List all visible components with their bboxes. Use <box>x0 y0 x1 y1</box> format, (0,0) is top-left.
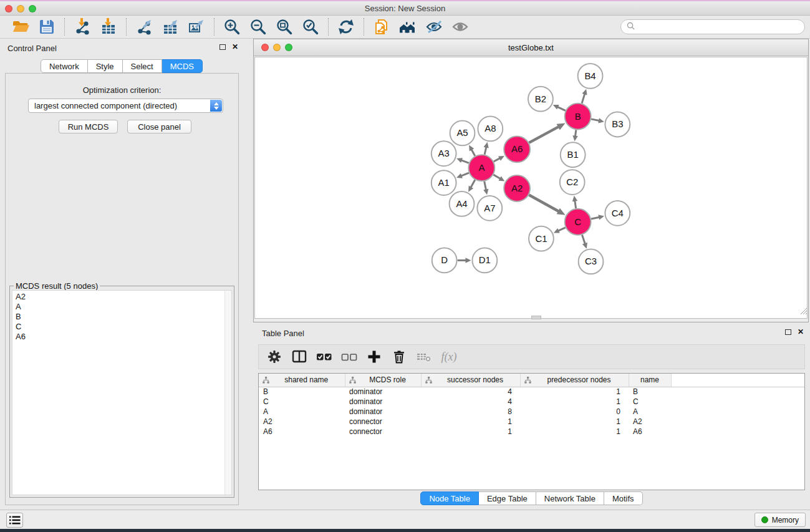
mcds-result-item[interactable]: A2 <box>12 292 231 302</box>
column-header-predecessor-nodes[interactable]: predecessor nodes <box>520 374 629 387</box>
refresh-view-button[interactable] <box>336 17 356 37</box>
graph-edge[interactable] <box>494 158 500 162</box>
graph-edge[interactable] <box>591 119 599 121</box>
column-header-successor-nodes[interactable]: successor nodes <box>421 374 520 387</box>
graph-edge[interactable] <box>461 173 469 176</box>
delete-row-button[interactable] <box>390 347 408 366</box>
zoom-in-button[interactable] <box>222 17 242 37</box>
graph-node-A5[interactable]: A5 <box>450 121 475 146</box>
import-table-button[interactable] <box>99 17 118 37</box>
graph-node-C[interactable]: C <box>565 209 591 235</box>
divider-handle[interactable] <box>531 316 541 319</box>
table-row[interactable]: Adominator80A <box>259 407 804 417</box>
column-header-shared-name[interactable]: shared name <box>259 374 345 387</box>
close-table-panel-icon[interactable]: ✕ <box>798 329 804 335</box>
graph-edge[interactable] <box>493 175 500 178</box>
run-mcds-button[interactable]: Run MCDS <box>59 120 118 133</box>
mcds-result-item[interactable]: C <box>12 322 231 332</box>
tab-network-table[interactable]: Network Table <box>536 491 604 505</box>
float-table-panel-icon[interactable] <box>785 329 791 335</box>
show-neighbors-button[interactable] <box>398 17 418 37</box>
network-canvas[interactable]: B4B2BB3A5A8A6B1A3AA1C2A2A4A7C4CC1DD1C3 <box>254 57 808 319</box>
settings-button[interactable] <box>265 347 284 366</box>
graph-node-A7[interactable]: A7 <box>477 196 502 221</box>
zoom-selected-button[interactable] <box>301 17 321 37</box>
search-box[interactable] <box>620 19 805 34</box>
resize-grip-icon[interactable] <box>799 306 807 317</box>
graph-edge[interactable] <box>575 201 576 208</box>
mcds-result-item[interactable]: B <box>12 312 231 322</box>
graph-edge[interactable] <box>591 217 599 219</box>
graph-edge[interactable] <box>485 147 486 155</box>
graph-edge[interactable] <box>471 180 475 187</box>
graph-node-A2[interactable]: A2 <box>504 175 530 201</box>
table-row[interactable]: Bdominator41B <box>259 387 804 397</box>
graph-node-A4[interactable]: A4 <box>450 191 475 216</box>
search-input[interactable] <box>638 22 799 31</box>
table-row[interactable]: A2connector11A2 <box>259 417 804 427</box>
graph-node-C1[interactable]: C1 <box>529 226 554 251</box>
graph-node-B2[interactable]: B2 <box>528 87 553 112</box>
table-row[interactable]: Cdominator41C <box>259 397 804 407</box>
save-session-button[interactable] <box>37 17 57 37</box>
export-image-button[interactable] <box>186 17 206 37</box>
graph-node-B3[interactable]: B3 <box>605 112 630 137</box>
graph-node-A8[interactable]: A8 <box>478 117 503 142</box>
graph-node-D[interactable]: D <box>432 248 457 273</box>
column-header-mcds-role[interactable]: MCDS role <box>345 374 421 387</box>
network-window-titlebar[interactable]: testGlobe.txt <box>254 39 808 56</box>
graph-node-B1[interactable]: B1 <box>561 142 586 167</box>
tab-network[interactable]: Network <box>41 59 88 73</box>
export-table-button[interactable] <box>160 17 180 37</box>
graph-edge[interactable] <box>529 195 559 211</box>
graph-node-A6[interactable]: A6 <box>504 136 530 162</box>
graph-edge[interactable] <box>471 150 475 156</box>
close-panel-button[interactable]: Close panel <box>127 120 191 133</box>
deselect-all-button[interactable] <box>340 347 359 366</box>
optimization-criterion-select[interactable]: largest connected component (directed) <box>28 99 223 113</box>
graph-edge[interactable] <box>557 107 566 110</box>
graph-node-D1[interactable]: D1 <box>472 248 497 273</box>
export-network-button[interactable] <box>134 17 154 37</box>
show-all-button[interactable] <box>450 17 470 37</box>
table-row[interactable]: A6connector11A6 <box>259 427 804 437</box>
split-view-button[interactable] <box>290 347 309 366</box>
close-panel-icon[interactable]: ✕ <box>232 44 238 50</box>
add-row-button[interactable] <box>365 347 383 366</box>
clone-network-button[interactable] <box>372 17 392 37</box>
graph-edge[interactable] <box>575 130 576 136</box>
graph-edge[interactable] <box>558 228 566 231</box>
scrollbar-track[interactable] <box>224 291 231 495</box>
zoom-fit-button[interactable] <box>274 17 294 37</box>
hide-selected-button[interactable] <box>424 17 444 37</box>
graph-edge[interactable] <box>529 127 559 143</box>
memory-button[interactable]: Memory <box>755 513 806 527</box>
mcds-result-list[interactable]: A2ABCA6 <box>12 290 232 495</box>
tab-motifs[interactable]: Motifs <box>604 491 643 505</box>
graph-node-A3[interactable]: A3 <box>432 141 456 166</box>
graph-edge[interactable] <box>582 94 585 103</box>
graph-node-C3[interactable]: C3 <box>579 249 604 274</box>
tab-style[interactable]: Style <box>88 59 123 73</box>
graph-node-A[interactable]: A <box>468 155 494 181</box>
mcds-result-item[interactable]: A <box>12 302 231 312</box>
tab-node-table[interactable]: Node Table <box>420 491 479 505</box>
column-header-name[interactable]: name <box>629 374 671 387</box>
import-network-button[interactable] <box>72 17 92 37</box>
zoom-out-button[interactable] <box>248 17 268 37</box>
tab-edge-table[interactable]: Edge Table <box>479 491 536 505</box>
select-all-button[interactable] <box>315 347 334 366</box>
graph-edge[interactable] <box>461 160 469 163</box>
show-panels-button[interactable] <box>6 513 23 528</box>
graph-edge[interactable] <box>582 235 585 244</box>
graph-node-B4[interactable]: B4 <box>578 64 603 89</box>
open-file-button[interactable] <box>11 17 31 37</box>
graph-node-A1[interactable]: A1 <box>432 170 456 195</box>
graph-node-C2[interactable]: C2 <box>560 170 585 195</box>
tab-select[interactable]: Select <box>123 59 162 73</box>
graph-node-C4[interactable]: C4 <box>605 201 630 226</box>
graph-node-B[interactable]: B <box>565 104 591 130</box>
graph-edge[interactable] <box>485 181 486 190</box>
tab-mcds[interactable]: MCDS <box>162 59 203 73</box>
mcds-result-item[interactable]: A6 <box>12 332 231 342</box>
